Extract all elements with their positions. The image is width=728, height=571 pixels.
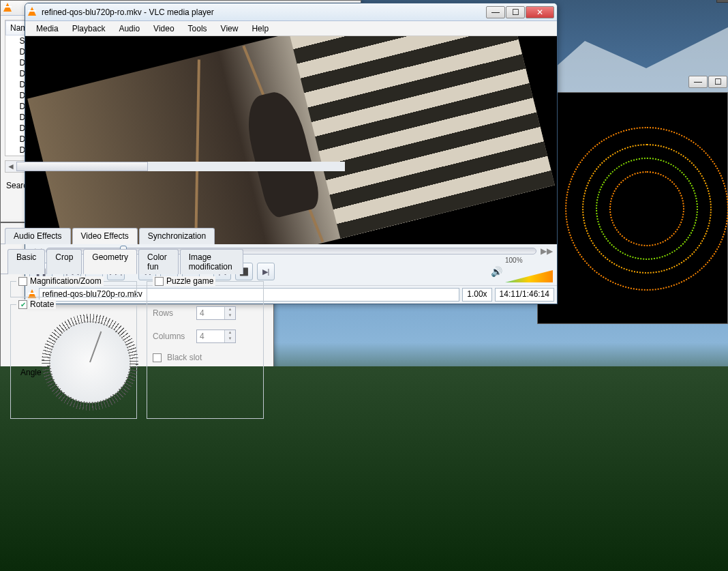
tab-synchronization[interactable]: Synchronization bbox=[139, 228, 215, 244]
menu-playback[interactable]: Playback bbox=[65, 23, 112, 35]
blackslot-checkbox[interactable] bbox=[153, 353, 162, 362]
puzzle-checkbox[interactable] bbox=[155, 277, 164, 286]
angle-dial[interactable] bbox=[49, 321, 131, 403]
minimize-button[interactable]: — bbox=[486, 6, 505, 18]
maximize-button[interactable]: ☐ bbox=[506, 6, 525, 18]
menu-help[interactable]: Help bbox=[245, 23, 275, 35]
mute-button[interactable]: 🔊 bbox=[491, 266, 502, 277]
menu-audio[interactable]: Audio bbox=[112, 23, 147, 35]
titlebar[interactable]: refined-qos-blu720p-ro.mkv - VLC media p… bbox=[25, 3, 557, 21]
close-icon[interactable]: ✕ bbox=[716, 0, 728, 3]
vlc-icon bbox=[3, 3, 14, 14]
close-button[interactable]: ✕ bbox=[526, 6, 554, 18]
rows-spinner[interactable]: 4▲▼ bbox=[196, 306, 236, 320]
tab-basic[interactable]: Basic bbox=[7, 249, 45, 274]
tab-crop[interactable]: Crop bbox=[46, 249, 82, 274]
skip-forward-button[interactable]: ▶▶ bbox=[541, 246, 553, 256]
angle-label: Angle bbox=[20, 368, 42, 377]
window-title: refined-qos-blu720p-ro.mkv - VLC media p… bbox=[42, 8, 485, 17]
columns-spinner[interactable]: 4▲▼ bbox=[196, 330, 236, 343]
puzzle-label: Puzzle game bbox=[166, 276, 213, 286]
menu-media[interactable]: Media bbox=[29, 23, 65, 35]
rotate-checkbox[interactable]: ✔ bbox=[18, 300, 27, 309]
maximize-button[interactable]: ☐ bbox=[708, 76, 727, 88]
menu-video[interactable]: Video bbox=[147, 23, 181, 35]
rows-label: Rows bbox=[153, 308, 191, 318]
menu-tools[interactable]: Tools bbox=[181, 23, 214, 35]
frame-forward-button[interactable]: ▶| bbox=[257, 263, 275, 280]
time-indicator[interactable]: 14:11/1:46:14 bbox=[495, 288, 554, 302]
menubar: Media Playback Audio Video Tools View He… bbox=[25, 21, 557, 36]
magnification-checkbox[interactable] bbox=[18, 277, 27, 286]
vlc-icon bbox=[28, 7, 39, 18]
minimize-button[interactable]: — bbox=[688, 76, 708, 88]
tab-image-modification[interactable]: Image modification bbox=[180, 249, 243, 274]
tab-video-effects[interactable]: Video Effects bbox=[72, 228, 138, 244]
tab-audio-effects[interactable]: Audio Effects bbox=[5, 228, 71, 244]
magnification-label: Magnification/Zoom bbox=[30, 276, 102, 286]
tab-geometry[interactable]: Geometry bbox=[83, 249, 137, 274]
columns-label: Columns bbox=[153, 332, 191, 341]
video-area[interactable] bbox=[25, 36, 557, 244]
volume-label: 100% bbox=[505, 257, 523, 264]
speed-indicator[interactable]: 1.00x bbox=[462, 288, 491, 302]
volume-slider[interactable] bbox=[505, 270, 553, 282]
visualizer-window: — ☐ bbox=[537, 92, 728, 324]
scroll-left-icon[interactable]: ◄ bbox=[5, 162, 16, 171]
tab-colorfun[interactable]: Color fun bbox=[138, 249, 179, 274]
menu-view[interactable]: View bbox=[214, 23, 245, 35]
blackslot-label: Black slot bbox=[167, 353, 202, 362]
rotate-label: Rotate bbox=[30, 299, 54, 309]
horizontal-scrollbar[interactable]: ◄ ► bbox=[5, 160, 357, 173]
